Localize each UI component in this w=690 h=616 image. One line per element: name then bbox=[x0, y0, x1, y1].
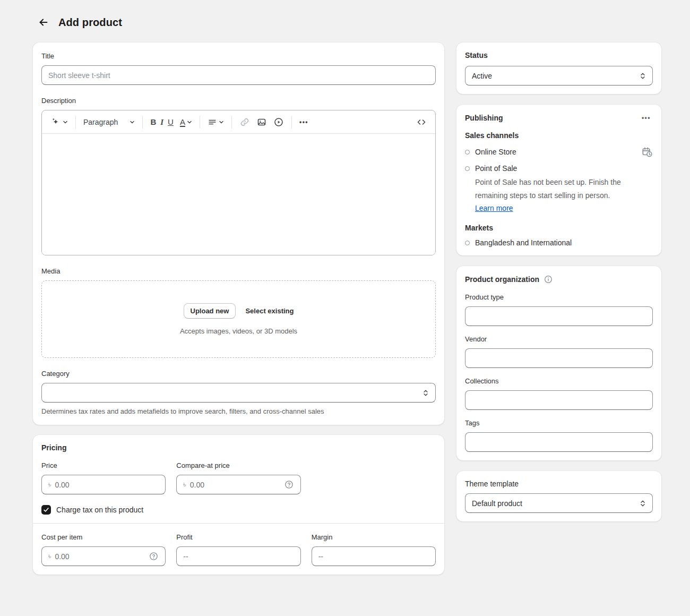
image-icon bbox=[256, 117, 267, 127]
more-horizontal-icon: ••• bbox=[642, 114, 651, 122]
category-select[interactable] bbox=[41, 383, 436, 403]
underline-button[interactable]: U bbox=[165, 115, 177, 129]
insert-video-button[interactable] bbox=[270, 114, 287, 130]
compare-at-price-input[interactable] bbox=[190, 481, 280, 489]
add-product-page: Add product Title Description bbox=[0, 0, 690, 616]
product-details-card: Title Description bbox=[33, 42, 444, 425]
sidebar-column: Status Active Publishing ••• Sales chann… bbox=[456, 42, 661, 521]
help-icon[interactable] bbox=[149, 551, 159, 561]
align-left-icon bbox=[208, 117, 217, 127]
chevron-down-icon bbox=[219, 119, 224, 125]
tags-input[interactable] bbox=[465, 432, 653, 452]
paragraph-style-dropdown[interactable]: Paragraph bbox=[80, 115, 138, 129]
category-helper-text: Determines tax rates and adds metafields… bbox=[41, 407, 436, 416]
margin-input-wrap bbox=[312, 546, 436, 566]
editor-toolbar: Paragraph B I U A bbox=[42, 110, 435, 134]
channel-name: Online Store bbox=[475, 148, 516, 156]
market-bullet-icon bbox=[465, 241, 470, 245]
status-select[interactable]: Active bbox=[465, 66, 653, 85]
sales-channels-label: Sales channels bbox=[465, 131, 653, 140]
main-column: Title Description bbox=[33, 42, 444, 575]
cost-per-item-label: Cost per item bbox=[41, 532, 166, 542]
charge-tax-checkbox[interactable] bbox=[41, 505, 51, 515]
arrow-left-icon bbox=[38, 16, 49, 28]
markets-label: Markets bbox=[465, 224, 653, 232]
sparkle-icon bbox=[50, 117, 61, 127]
chevron-down-icon bbox=[187, 119, 192, 125]
pricing-title: Pricing bbox=[41, 443, 436, 452]
chevron-down-icon bbox=[63, 119, 68, 125]
theme-template-label: Theme template bbox=[465, 480, 653, 488]
status-card: Status Active bbox=[456, 42, 661, 94]
more-horizontal-icon: ••• bbox=[299, 118, 308, 126]
compare-at-input-wrap: ৳ bbox=[176, 475, 300, 494]
title-input[interactable] bbox=[41, 65, 436, 85]
collections-input[interactable] bbox=[465, 390, 653, 410]
product-type-label: Product type bbox=[465, 292, 653, 302]
title-label: Title bbox=[41, 51, 436, 61]
media-label: Media bbox=[41, 266, 436, 276]
media-hint-text: Accepts images, videos, or 3D models bbox=[180, 327, 297, 335]
vendor-field: Vendor bbox=[465, 334, 653, 368]
learn-more-link[interactable]: Learn more bbox=[475, 204, 513, 212]
cost-input-wrap: ৳ bbox=[41, 546, 166, 566]
theme-template-select[interactable]: Default product bbox=[465, 493, 653, 513]
select-existing-button[interactable]: Select existing bbox=[245, 307, 294, 315]
charge-tax-row: Charge tax on this product bbox=[41, 505, 436, 515]
margin-input[interactable] bbox=[318, 552, 429, 561]
info-icon[interactable] bbox=[544, 275, 553, 284]
help-icon[interactable] bbox=[284, 480, 294, 490]
theme-template-card: Theme template Default product bbox=[456, 471, 661, 521]
play-circle-icon bbox=[273, 117, 284, 127]
tags-field: Tags bbox=[465, 418, 653, 452]
publishing-card: Publishing ••• Sales channels Online Sto… bbox=[456, 105, 661, 255]
cost-per-item-field: Cost per item ৳ bbox=[41, 532, 166, 566]
pos-setup-note: Point of Sale has not been set up. Finis… bbox=[475, 176, 653, 202]
magic-text-button[interactable] bbox=[47, 114, 71, 130]
alignment-dropdown[interactable] bbox=[204, 115, 227, 130]
select-chevrons-icon bbox=[640, 500, 646, 507]
toolbar-divider bbox=[231, 116, 232, 129]
grid-spacer bbox=[312, 460, 436, 494]
tags-label: Tags bbox=[465, 418, 653, 428]
collections-label: Collections bbox=[465, 376, 653, 386]
product-type-input[interactable] bbox=[465, 306, 653, 326]
product-type-field: Product type bbox=[465, 292, 653, 326]
market-row: Bangladesh and International bbox=[465, 238, 653, 247]
currency-prefix: ৳ bbox=[48, 480, 51, 489]
text-color-label: A bbox=[180, 118, 185, 126]
section-divider bbox=[33, 523, 444, 524]
channel-row-online-store: Online Store bbox=[465, 146, 653, 158]
italic-button[interactable]: I bbox=[159, 118, 165, 126]
cost-per-item-input[interactable] bbox=[55, 552, 145, 561]
upload-new-button[interactable]: Upload new bbox=[184, 303, 236, 319]
publishing-more-button[interactable]: ••• bbox=[640, 113, 653, 123]
select-chevrons-icon bbox=[640, 72, 646, 80]
code-icon bbox=[416, 117, 427, 127]
channel-bullet-icon bbox=[465, 150, 470, 155]
insert-image-button[interactable] bbox=[253, 114, 270, 130]
link-icon bbox=[239, 117, 250, 127]
show-html-button[interactable] bbox=[413, 114, 430, 130]
vendor-input[interactable] bbox=[465, 348, 653, 368]
profit-label: Profit bbox=[176, 532, 300, 542]
profit-input[interactable] bbox=[183, 552, 294, 561]
description-textarea[interactable] bbox=[42, 134, 435, 255]
text-color-button[interactable]: A bbox=[177, 115, 195, 129]
currency-prefix: ৳ bbox=[183, 480, 186, 489]
status-value: Active bbox=[472, 72, 492, 80]
schedule-calendar-icon[interactable] bbox=[641, 146, 653, 158]
price-field: Price ৳ bbox=[41, 460, 166, 494]
status-title: Status bbox=[465, 51, 653, 59]
channel-bullet-icon bbox=[465, 166, 470, 171]
price-input-wrap: ৳ bbox=[41, 475, 166, 494]
theme-template-value: Default product bbox=[472, 499, 522, 508]
insert-link-button[interactable] bbox=[236, 114, 253, 130]
media-dropzone[interactable]: Upload new Select existing Accepts image… bbox=[41, 280, 436, 358]
more-formatting-button[interactable]: ••• bbox=[296, 116, 312, 129]
price-input[interactable] bbox=[55, 481, 159, 489]
back-button[interactable] bbox=[36, 15, 51, 30]
product-organization-card: Product organization Product type Vendor… bbox=[456, 266, 661, 460]
bold-button[interactable]: B bbox=[147, 115, 159, 129]
page-title: Add product bbox=[58, 16, 122, 29]
